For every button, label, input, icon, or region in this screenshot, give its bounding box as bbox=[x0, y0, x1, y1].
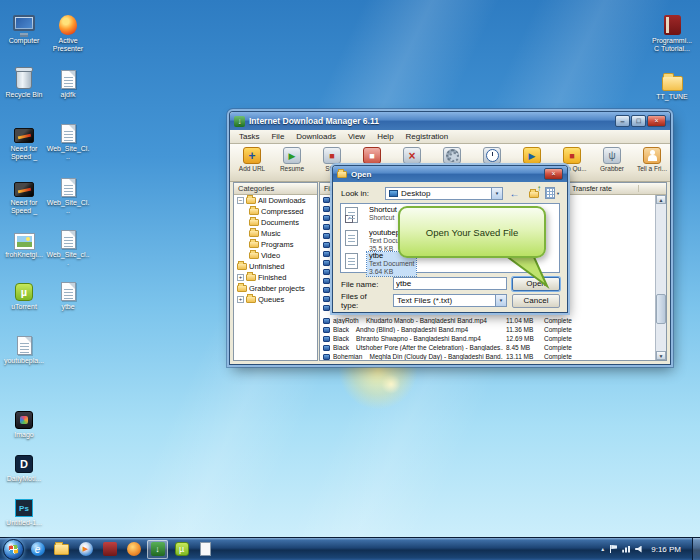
taskbar-app-2[interactable] bbox=[51, 540, 72, 559]
tree-expand-icon[interactable] bbox=[237, 274, 244, 281]
menu-registration[interactable]: Registration bbox=[400, 132, 455, 141]
tree-collapse-icon[interactable] bbox=[237, 197, 244, 204]
download-row[interactable]: Black _ Utshober Pore (After the Celebra… bbox=[320, 343, 655, 352]
desktop-icon-label: youtubepla... bbox=[2, 357, 46, 365]
tree-label: Compressed bbox=[261, 207, 304, 216]
tree-item-all-downloads[interactable]: All Downloads bbox=[234, 195, 317, 206]
tree-item-grabber-projects[interactable]: Grabber projects bbox=[234, 283, 317, 294]
menu-view[interactable]: View bbox=[342, 132, 371, 141]
chevron-down-icon[interactable] bbox=[491, 188, 502, 199]
tray-expand-icon[interactable] bbox=[600, 546, 605, 552]
video-file-icon bbox=[323, 354, 330, 360]
toolbar-label: Add URL bbox=[232, 165, 272, 172]
tree-item-documents[interactable]: Documents bbox=[234, 217, 317, 228]
folder-icon bbox=[249, 208, 259, 215]
tree-item-video[interactable]: Video bbox=[234, 250, 317, 261]
download-row[interactable]: Bohemian _ Meghla Din (Cloudy Day) - Ban… bbox=[320, 352, 655, 361]
menu-file[interactable]: File bbox=[265, 132, 290, 141]
taskbar-app-8[interactable] bbox=[195, 540, 216, 559]
up-one-level-icon[interactable] bbox=[526, 187, 541, 200]
look-in-select[interactable]: Desktop bbox=[385, 187, 503, 200]
tree-item-finished[interactable]: Finished bbox=[234, 272, 317, 283]
taskbar-clock[interactable]: 9:16 PM bbox=[648, 545, 687, 554]
desktop-icon-youtubeplay[interactable]: youtubepla... bbox=[2, 328, 46, 365]
back-icon[interactable] bbox=[507, 187, 522, 200]
vertical-scrollbar[interactable]: ▲ ▼ bbox=[655, 195, 666, 360]
desktop-icon-nfs-1[interactable]: Need for Speed _ bbox=[2, 116, 46, 161]
action-center-icon[interactable] bbox=[610, 545, 617, 553]
tree-item-programs[interactable]: Programs bbox=[234, 239, 317, 250]
file-type-row: Files of type: Text Files (*.txt) Cancel bbox=[333, 294, 567, 308]
scroll-down-icon[interactable]: ▼ bbox=[656, 351, 666, 360]
start-button[interactable] bbox=[3, 539, 24, 560]
idm-title-bar[interactable]: Internet Download Manager 6.11 bbox=[230, 112, 670, 130]
column-separator[interactable] bbox=[568, 185, 569, 192]
desktop-icon-website-1[interactable]: Web_Site_Cl... bbox=[46, 116, 90, 161]
desktop-icon-untitled[interactable]: Untitled-1... bbox=[2, 490, 46, 527]
video-file-icon bbox=[323, 345, 330, 351]
tree-item-queues[interactable]: Queues bbox=[234, 294, 317, 305]
row-status: Complete bbox=[544, 317, 572, 324]
column-separator[interactable] bbox=[638, 185, 639, 192]
chevron-down-icon[interactable] bbox=[495, 295, 506, 306]
tree-item-music[interactable]: Music bbox=[234, 228, 317, 239]
maximize-button[interactable] bbox=[631, 115, 646, 127]
taskbar-app-4[interactable] bbox=[99, 540, 120, 559]
folder-icon bbox=[249, 219, 259, 226]
cancel-button[interactable]: Cancel bbox=[512, 294, 560, 308]
dialog-title-bar[interactable]: Open bbox=[333, 166, 567, 182]
desktop-icon-tt-tune[interactable]: TT_TUNE bbox=[650, 64, 694, 101]
dialog-close-button[interactable] bbox=[544, 168, 563, 180]
tree-label: Programs bbox=[261, 240, 294, 249]
desktop-icon-utorrent[interactable]: uTorrent bbox=[2, 274, 46, 311]
download-row[interactable]: ajayRoth _ Khudarto Manob - Bangladeshi … bbox=[320, 316, 655, 325]
column-transfer-rate[interactable]: Transfer rate bbox=[572, 183, 612, 195]
taskbar-app-3[interactable] bbox=[75, 540, 96, 559]
desktop-icon-imago[interactable]: Imago bbox=[2, 402, 46, 439]
tree-expand-icon[interactable] bbox=[237, 296, 244, 303]
menu-downloads[interactable]: Downloads bbox=[290, 132, 342, 141]
scrollbar-thumb[interactable] bbox=[656, 294, 666, 324]
desktop-icon-active-presenter[interactable]: Active Presenter bbox=[46, 8, 90, 53]
file-type-select[interactable]: Text Files (*.txt) bbox=[393, 294, 507, 307]
close-button[interactable] bbox=[647, 115, 666, 127]
toolbar-grabber[interactable]: Grabber bbox=[592, 146, 632, 172]
network-icon[interactable] bbox=[622, 546, 630, 553]
desktop-icon-recycle-bin[interactable]: Recycle Bin bbox=[2, 62, 46, 99]
file-name-input[interactable] bbox=[393, 277, 507, 290]
desktop-icon-dailymotion[interactable]: DailyMoti... bbox=[2, 446, 46, 483]
desktop-icon-ytbe[interactable]: ytbe bbox=[46, 274, 90, 311]
row-status: Complete bbox=[544, 344, 572, 351]
text-document-icon bbox=[61, 282, 76, 301]
taskbar-app-5[interactable] bbox=[123, 540, 144, 559]
desktop-icon-computer[interactable]: Computer bbox=[2, 8, 46, 45]
toolbar-resume[interactable]: Resume bbox=[272, 146, 312, 172]
tree-item-compressed[interactable]: Compressed bbox=[234, 206, 317, 217]
view-menu-icon[interactable] bbox=[545, 187, 560, 200]
taskbar-app-7[interactable] bbox=[171, 540, 192, 559]
minimize-button[interactable] bbox=[615, 115, 630, 127]
download-row[interactable]: Black _ Bhranto Shwapno - Bangladeshi Ba… bbox=[320, 334, 655, 343]
desktop-icon-website-3[interactable]: Web_Site_cl... bbox=[46, 222, 90, 267]
menu-tasks[interactable]: Tasks bbox=[233, 132, 265, 141]
volume-icon[interactable] bbox=[635, 546, 643, 553]
taskbar: 9:16 PM bbox=[0, 537, 700, 560]
show-desktop-button[interactable] bbox=[692, 538, 700, 560]
taskbar-app-idm[interactable] bbox=[147, 540, 168, 559]
tree-item-unfinished[interactable]: Unfinished bbox=[234, 261, 317, 272]
desktop-icon-label: Need for Speed _ bbox=[2, 199, 46, 215]
scroll-up-icon[interactable]: ▲ bbox=[656, 195, 666, 204]
menu-help[interactable]: Help bbox=[371, 132, 399, 141]
desktop-icon-programming-tutorial[interactable]: Programmi... C Tutorial... bbox=[650, 8, 694, 53]
desktop-icon-nfs-2[interactable]: Need for Speed _ bbox=[2, 170, 46, 215]
desktop-icon-ajdfk[interactable]: ajdfk bbox=[46, 62, 90, 99]
taskbar-app-1[interactable] bbox=[27, 540, 48, 559]
download-row[interactable]: Black _ Andho (Blind) - Bangladeshi Band… bbox=[320, 325, 655, 334]
desktop-icon-label: Recycle Bin bbox=[2, 91, 46, 99]
toolbar-tell-a-friend[interactable]: Tell a Fri... bbox=[632, 146, 670, 172]
computer-icon bbox=[13, 15, 35, 31]
desktop-icon-website-2[interactable]: Web_Site_Cl... bbox=[46, 170, 90, 215]
desktop-icon-frohknetgi[interactable]: frohKnetgi... bbox=[2, 222, 46, 259]
toolbar-add-url[interactable]: Add URL bbox=[232, 146, 272, 172]
image-icon bbox=[15, 234, 34, 249]
